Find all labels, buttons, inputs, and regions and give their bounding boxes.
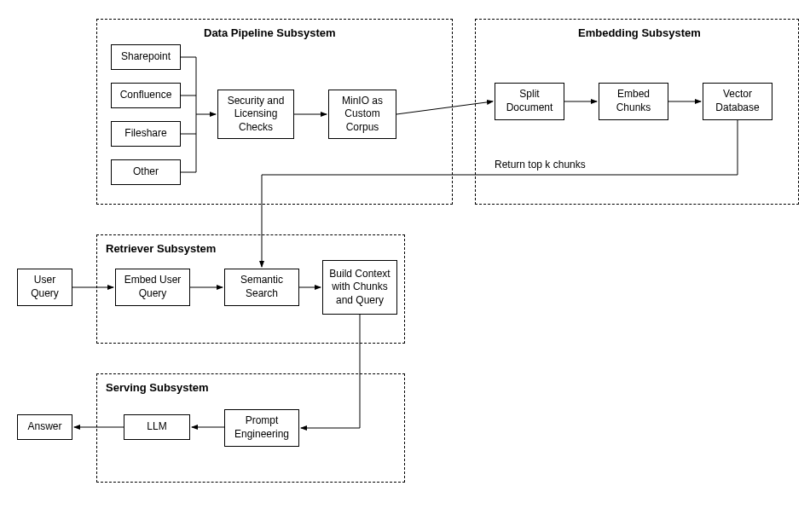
subsystem-title-serving: Serving Subsystem xyxy=(106,381,209,394)
subsystem-title-retriever: Retriever Subsystem xyxy=(106,242,216,255)
box-build-context: Build Context with Chunks and Query xyxy=(322,260,397,315)
label-return-top-k: Return top k chunks xyxy=(495,159,586,171)
subsystem-title-embedding: Embedding Subsystem xyxy=(578,26,701,39)
box-fileshare: Fileshare xyxy=(111,121,181,147)
box-minio: MinIO as Custom Corpus xyxy=(328,90,396,139)
box-llm: LLM xyxy=(124,414,190,440)
box-answer: Answer xyxy=(17,414,72,440)
subsystem-title-data-pipeline: Data Pipeline Subsystem xyxy=(204,26,336,39)
box-semantic-search: Semantic Search xyxy=(224,269,299,306)
box-sharepoint: Sharepoint xyxy=(111,44,181,70)
box-embed-chunks: Embed Chunks xyxy=(599,83,668,120)
box-user-query: User Query xyxy=(17,269,72,306)
box-split-document: Split Document xyxy=(495,83,564,120)
diagram-canvas: Data Pipeline Subsystem Embedding Subsys… xyxy=(0,0,810,532)
box-confluence: Confluence xyxy=(111,83,181,108)
box-embed-user-query: Embed User Query xyxy=(115,269,190,306)
box-vector-database: Vector Database xyxy=(703,83,772,120)
box-security: Security and Licensing Checks xyxy=(217,90,294,139)
box-other: Other xyxy=(111,159,181,185)
box-prompt-engineering: Prompt Engineering xyxy=(224,409,299,447)
